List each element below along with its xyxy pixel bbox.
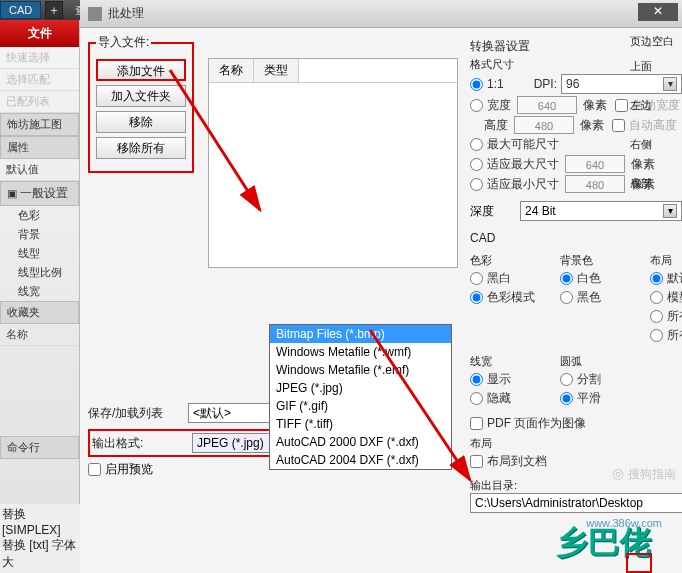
smooth-radio[interactable] (560, 392, 573, 405)
show-radio[interactable] (470, 373, 483, 386)
col-name[interactable]: 名称 (209, 59, 254, 82)
format-option[interactable]: AutoCAD 2004 DXF (*.dxf) (270, 451, 451, 469)
sidebar-item[interactable]: 快速选择 (0, 47, 79, 69)
add-file-button[interactable]: 添加文件 (96, 59, 186, 81)
sidebar-fav[interactable]: 收藏夹 (0, 301, 79, 324)
cad-tab[interactable]: CAD (0, 1, 41, 19)
sidebar-sub[interactable]: 色彩 (0, 206, 79, 225)
sidebar-sub[interactable]: 背景 (0, 225, 79, 244)
fitmin-radio[interactable] (470, 178, 483, 191)
dialog-icon (88, 7, 102, 21)
width-radio[interactable] (470, 99, 483, 112)
sidebar-general[interactable]: ▣ 一般设置 (0, 181, 79, 206)
sidebar-attr[interactable]: 属性 (0, 136, 79, 159)
depth-label: 深度 (470, 203, 520, 220)
hide-radio[interactable] (470, 392, 483, 405)
file-list[interactable]: 名称 类型 (208, 58, 458, 268)
format-option[interactable]: TIFF (*.tiff) (270, 415, 451, 433)
format-dropdown[interactable]: Bitmap Files (*.bmp) Windows Metafile (*… (269, 324, 452, 470)
fitmax-radio[interactable] (470, 158, 483, 171)
max-radio[interactable] (470, 138, 483, 151)
sidebar-sub[interactable]: 线型比例 (0, 263, 79, 282)
dialog-title: 批处理 (108, 5, 144, 22)
white-radio[interactable] (560, 272, 573, 285)
layout-doc-check[interactable] (470, 455, 483, 468)
ratio-1-1[interactable] (470, 78, 483, 91)
auto-width-check[interactable] (615, 99, 628, 112)
sidebar-name: 名称 (0, 324, 79, 346)
output-format-label: 输出格式: (92, 435, 192, 452)
margins-col: 页边空白 上面 左边 右侧 底部 (630, 34, 680, 191)
format-option[interactable]: AutoCAD 2000 DXF (*.dxf) (270, 433, 451, 451)
colormode-radio[interactable] (470, 291, 483, 304)
annotation-rect (626, 553, 652, 573)
save-load-label: 保存/加载列表 (88, 405, 188, 422)
black-radio[interactable] (560, 291, 573, 304)
preview-label: 启用预览 (105, 461, 153, 478)
layout-allp-radio[interactable] (650, 329, 663, 342)
col-type[interactable]: 类型 (254, 59, 299, 82)
file-tab[interactable]: 文件 (0, 20, 79, 47)
format-option[interactable]: JPEG (*.jpg) (270, 379, 451, 397)
bw-radio[interactable] (470, 272, 483, 285)
sidebar-sub[interactable]: 线型 (0, 244, 79, 263)
sidebar-item[interactable]: 已配列表 (0, 91, 79, 113)
sidebar-item[interactable]: 选择匹配 (0, 69, 79, 91)
layout-all-radio[interactable] (650, 310, 663, 323)
sidebar-default[interactable]: 默认值 (0, 159, 79, 181)
pdf-img-check[interactable] (470, 417, 483, 430)
height-input[interactable]: 480 (514, 116, 574, 134)
depth-combo[interactable]: 24 Bit▾ (520, 201, 682, 221)
format-option[interactable]: Windows Metafile (*.emf) (270, 361, 451, 379)
dialog-titlebar: 批处理 ✕ (80, 0, 682, 28)
sidebar-cmd[interactable]: 命令行 (0, 436, 79, 459)
layout-model-radio[interactable] (650, 291, 663, 304)
command-history: 替换 [SIMPLEX] 替换 [txt] 字体大 (0, 504, 80, 573)
add-folder-button[interactable]: 加入文件夹 (96, 85, 186, 107)
watermark-sogou: ◎ 搜狗指南 (612, 465, 676, 483)
dialog-body: 导入文件: 添加文件 加入文件夹 移除 移除所有 名称 类型 保存/加载列表 <… (80, 28, 682, 573)
new-tab-button[interactable]: ＋ (45, 1, 63, 19)
format-option[interactable]: Bitmap Files (*.bmp) (270, 325, 451, 343)
width-input[interactable]: 640 (517, 96, 577, 114)
remove-all-button[interactable]: 移除所有 (96, 137, 186, 159)
format-option[interactable]: GIF (*.gif) (270, 397, 451, 415)
layout-default-radio[interactable] (650, 272, 663, 285)
import-legend: 导入文件: (96, 34, 151, 51)
format-option[interactable]: Windows Metafile (*.wmf) (270, 343, 451, 361)
cad-title: CAD (470, 231, 682, 245)
sidebar-section[interactable]: 饰坊施工图 (0, 113, 79, 136)
close-button[interactable]: ✕ (638, 3, 678, 21)
sidebar-sub[interactable]: 线宽 (0, 282, 79, 301)
import-group: 导入文件: 添加文件 加入文件夹 移除 移除所有 (88, 34, 194, 173)
left-sidebar: 文件 快速选择 选择匹配 已配列表 饰坊施工图 属性 默认值 ▣ 一般设置 色彩… (0, 20, 80, 573)
preview-checkbox[interactable] (88, 463, 101, 476)
split-radio[interactable] (560, 373, 573, 386)
output-dir-input[interactable] (470, 493, 682, 513)
auto-height-check[interactable] (612, 119, 625, 132)
remove-button[interactable]: 移除 (96, 111, 186, 133)
